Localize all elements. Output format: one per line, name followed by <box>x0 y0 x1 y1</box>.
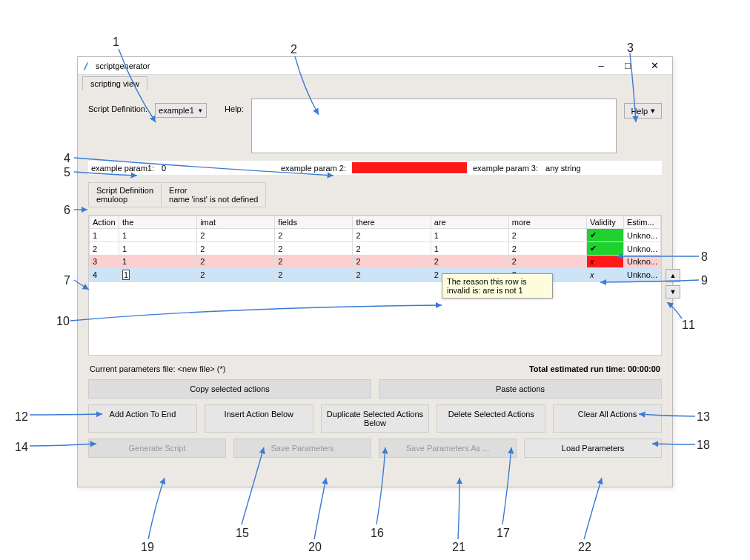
callout-17: 17 <box>497 527 510 540</box>
table-row[interactable]: 3122222xUnkno... <box>90 256 661 268</box>
row-invalid-tooltip: The reason this row is invalid is: are i… <box>442 273 553 299</box>
column-header[interactable]: Action <box>90 216 119 229</box>
callout-13: 13 <box>697 410 710 424</box>
help-label: Help: <box>225 99 244 113</box>
generate-script-button[interactable]: Generate Script <box>88 439 226 458</box>
main-panel: Script Definition: example1 ▾ Help: Help… <box>78 91 672 471</box>
estim-cell: Unkno... <box>624 256 661 268</box>
table-cell[interactable]: 2 <box>508 256 586 268</box>
help-button[interactable]: Help ▾ <box>624 103 662 119</box>
table-cell[interactable]: 2 <box>197 242 275 256</box>
validity-cell: x <box>587 268 624 282</box>
total-runtime-label: Total estimated run time: 00:00:00 <box>529 364 660 373</box>
table-cell[interactable]: 2 <box>353 242 431 256</box>
status-row: Current parameters file: <new file> (*) … <box>88 361 662 379</box>
table-cell[interactable]: 2 <box>275 268 353 282</box>
load-parameters-button[interactable]: Load Parameters <box>524 439 662 458</box>
window-title: scriptgenerator <box>96 61 588 70</box>
duplicate-actions-button[interactable]: Duplicate Selected Actions Below <box>321 404 430 433</box>
copy-actions-button[interactable]: Copy selected actions <box>88 379 371 399</box>
table-row[interactable]: 4122222xUnkno... <box>90 268 661 282</box>
table-cell[interactable]: 1 <box>119 229 197 242</box>
actions-table[interactable]: ActiontheimatfieldstherearemoreValidityE… <box>89 216 661 282</box>
close-button[interactable]: ✕ <box>641 60 668 71</box>
table-cell[interactable]: 2 <box>275 229 353 242</box>
table-cell[interactable]: 3 <box>90 256 119 268</box>
table-cell[interactable]: 2 <box>353 268 431 282</box>
param3-label: example param 3: <box>473 164 538 173</box>
callout-8: 8 <box>701 250 708 264</box>
table-cell[interactable]: 2 <box>197 229 275 242</box>
param3-input[interactable] <box>544 163 659 173</box>
app-window: scriptgenerator – □ ✕ scripting view Scr… <box>77 56 673 487</box>
table-cell[interactable]: 2 <box>275 256 353 268</box>
param1-input[interactable] <box>160 163 275 173</box>
param2-label: example param 2: <box>281 164 346 173</box>
errorbox-col2-header: Error <box>169 186 258 195</box>
estim-cell: Unkno... <box>624 229 661 242</box>
error-box: Script Definition emuloop Error name 'in… <box>88 182 266 207</box>
script-definition-select[interactable]: example1 ▾ <box>155 103 207 118</box>
table-cell[interactable]: 1 <box>90 229 119 242</box>
callout-18: 18 <box>697 439 710 452</box>
callout-16: 16 <box>371 527 384 540</box>
clear-actions-button[interactable]: Clear All Actions <box>553 404 662 433</box>
help-textarea[interactable] <box>251 99 617 153</box>
table-cell[interactable]: 1 <box>119 268 197 282</box>
save-parameters-as-button[interactable]: Save Parameters As ... <box>379 439 517 458</box>
table-cell[interactable]: 2 <box>197 268 275 282</box>
tab-scripting-view[interactable]: scripting view <box>82 76 147 90</box>
callout-15: 15 <box>236 527 249 540</box>
table-cell[interactable]: 2 <box>90 242 119 256</box>
table-cell[interactable]: 1 <box>431 229 508 242</box>
move-down-button[interactable]: ▼ <box>666 285 680 299</box>
errorbox-col2-value: name 'inst' is not defined <box>169 195 258 204</box>
callout-20: 20 <box>308 541 322 554</box>
table-row[interactable]: 1122212✔Unkno... <box>90 229 661 242</box>
table-cell[interactable]: 1 <box>119 256 197 268</box>
callout-2: 2 <box>291 43 297 56</box>
callout-4: 4 <box>64 152 70 165</box>
insert-action-button[interactable]: Insert Action Below <box>205 404 313 433</box>
validity-cell: ✔ <box>587 242 624 256</box>
callout-22: 22 <box>578 541 591 554</box>
table-cell[interactable]: 2 <box>275 242 353 256</box>
minimize-button[interactable]: – <box>588 60 614 71</box>
column-header[interactable]: more <box>508 216 586 229</box>
add-action-button[interactable]: Add Action To End <box>88 404 197 433</box>
column-header[interactable]: fields <box>275 216 353 229</box>
column-header[interactable]: imat <box>197 216 275 229</box>
table-cell[interactable]: 2 <box>197 256 275 268</box>
paste-actions-button[interactable]: Paste actions <box>379 379 662 399</box>
callout-1: 1 <box>113 36 119 49</box>
estim-cell: Unkno... <box>624 242 661 256</box>
row-reorder-controls: ▲ ▼ <box>666 269 680 299</box>
table-cell[interactable]: 2 <box>508 242 586 256</box>
table-cell[interactable]: 1 <box>431 242 508 256</box>
estim-cell: Unkno... <box>624 268 661 282</box>
param2-input[interactable] <box>352 162 467 173</box>
delete-actions-button[interactable]: Delete Selected Actions <box>437 404 545 433</box>
column-header[interactable]: are <box>431 216 508 229</box>
callout-12: 12 <box>15 410 28 424</box>
column-header[interactable]: Estim... <box>624 216 661 229</box>
app-icon <box>82 61 93 71</box>
table-cell[interactable]: 2 <box>353 256 431 268</box>
definition-row: Script Definition: example1 ▾ Help: Help… <box>88 99 662 153</box>
table-row[interactable]: 2122212✔Unkno... <box>90 242 661 256</box>
table-cell[interactable]: 2 <box>508 229 586 242</box>
table-cell[interactable]: 1 <box>119 242 197 256</box>
move-up-button[interactable]: ▲ <box>666 269 680 282</box>
chevron-down-icon: ▾ <box>199 107 202 114</box>
maximize-button[interactable]: □ <box>614 60 641 71</box>
column-header[interactable]: the <box>119 216 197 229</box>
errorbox-col1-header: Script Definition <box>96 186 153 195</box>
table-cell[interactable]: 2 <box>353 229 431 242</box>
column-header[interactable]: there <box>353 216 431 229</box>
callout-14: 14 <box>15 441 28 454</box>
validity-cell: ✔ <box>587 229 624 242</box>
table-cell[interactable]: 2 <box>431 256 508 268</box>
column-header[interactable]: Validity <box>587 216 624 229</box>
table-cell[interactable]: 4 <box>90 268 119 282</box>
save-parameters-button[interactable]: Save Parameters <box>233 439 371 458</box>
